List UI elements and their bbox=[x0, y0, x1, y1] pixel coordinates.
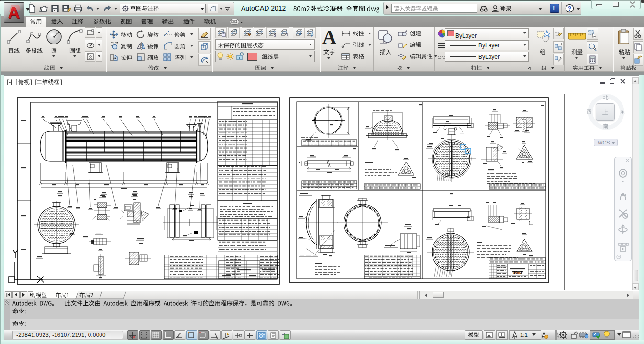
svg-text:80m2: 80m2 bbox=[513, 271, 522, 274]
